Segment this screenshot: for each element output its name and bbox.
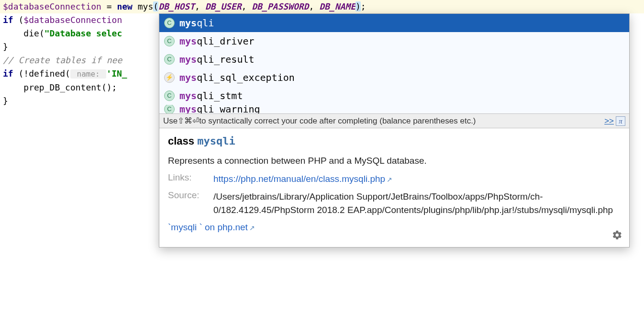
- class-icon: C: [164, 36, 175, 46]
- variable: $databaseConnection: [3, 1, 101, 11]
- doc-source-path: /Users/jetbrains/Library/Application Sup…: [213, 190, 621, 217]
- paren-close: ): [355, 1, 361, 11]
- doc-links-label: Links:: [168, 172, 213, 186]
- completion-popup: CmysqliCmysqli_driverCmysqli_result⚡mysq…: [159, 13, 630, 248]
- doc-description: Represents a connection between PHP and …: [168, 154, 621, 168]
- completion-hint-bar: Use ⇧⌘⏎ to syntactically correct your co…: [159, 113, 629, 128]
- completion-item-mysqli_driver[interactable]: Cmysqli_driver: [159, 32, 629, 50]
- shortcut-keys: ⇧⌘⏎: [178, 116, 199, 126]
- completion-list[interactable]: CmysqliCmysqli_driverCmysqli_result⚡mysq…: [159, 14, 629, 113]
- doc-source-label: Source:: [168, 190, 213, 217]
- paren-open: (: [153, 1, 158, 11]
- class-icon: C: [164, 105, 175, 113]
- gear-icon[interactable]: [612, 230, 622, 240]
- completion-item-mysqli_result[interactable]: Cmysqli_result: [159, 50, 629, 68]
- exception-icon: ⚡: [164, 72, 175, 83]
- param-hint: name:: [70, 69, 106, 79]
- class-icon: C: [164, 54, 175, 65]
- class-icon: C: [164, 18, 175, 28]
- doc-phpnet-link[interactable]: `mysqli ` on php.net↗: [168, 222, 255, 232]
- hint-more-link[interactable]: >>: [604, 116, 614, 126]
- completion-item-mysqli[interactable]: Cmysqli: [159, 14, 629, 32]
- completion-item-mysqli_sql_exception[interactable]: ⚡mysqli_sql_exception: [159, 68, 629, 87]
- completion-item-mysqli_stmt[interactable]: Cmysqli_stmt: [159, 87, 629, 105]
- pi-icon[interactable]: π: [616, 116, 625, 126]
- quick-doc-panel: class mysqli Represents a connection bet…: [159, 128, 629, 247]
- external-link-icon: ↗: [387, 176, 392, 183]
- doc-manual-link[interactable]: https://php.net/manual/en/class.mysqli.p…: [213, 174, 392, 184]
- code-line-1[interactable]: $databaseConnection = new mys(DB_HOST, D…: [0, 0, 644, 13]
- doc-title: class mysqli: [168, 135, 621, 147]
- external-link-icon: ↗: [249, 224, 255, 232]
- keyword-new: new: [117, 1, 133, 11]
- class-icon: C: [164, 90, 175, 101]
- completion-item-mysqli_warning[interactable]: Cmysqli_warning: [159, 105, 629, 113]
